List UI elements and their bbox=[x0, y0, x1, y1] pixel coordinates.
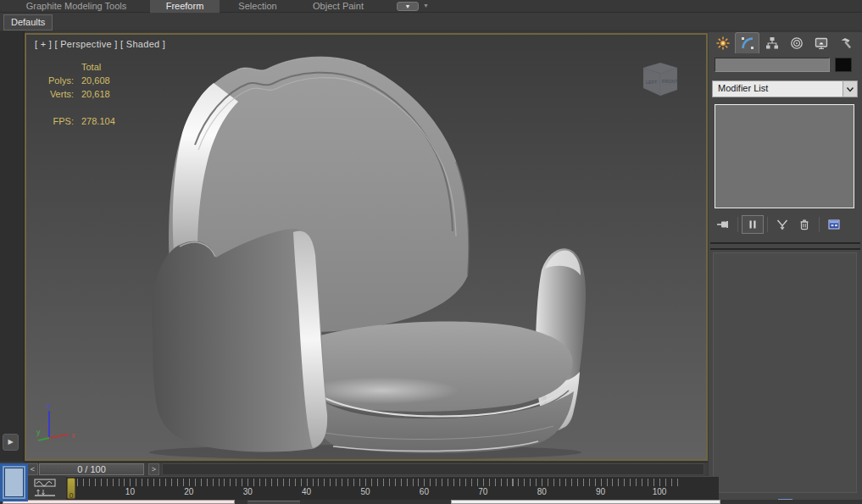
panel-divider bbox=[710, 248, 860, 250]
bottom-left-blue-inner bbox=[4, 468, 24, 497]
time-slider-track[interactable] bbox=[162, 463, 704, 475]
stat-label bbox=[38, 60, 74, 74]
make-unique-icon[interactable] bbox=[771, 215, 793, 234]
tick-label: 60 bbox=[420, 487, 429, 496]
status-widget-edge bbox=[247, 501, 300, 504]
object-name-field[interactable] bbox=[715, 58, 830, 72]
toolbar-separator bbox=[767, 217, 768, 232]
tick-label: 40 bbox=[302, 487, 311, 496]
rollout-area bbox=[713, 252, 857, 493]
viewcube-left-face-label: LEFT bbox=[646, 80, 658, 85]
tick-label: 90 bbox=[596, 487, 605, 496]
expand-panel-arrow-icon[interactable]: ▶ bbox=[3, 434, 19, 451]
tab-utilities-icon[interactable] bbox=[833, 32, 858, 53]
ribbon-minimize-icon[interactable]: ▼ bbox=[397, 2, 419, 11]
stat-polys-value: 20,608 bbox=[81, 74, 110, 87]
time-slider-handle[interactable]: 0 / 100 bbox=[39, 463, 144, 475]
ribbon-tab-object-paint[interactable]: Object Paint bbox=[303, 0, 373, 13]
modifier-stack-list[interactable] bbox=[715, 104, 854, 208]
viewport-statistics: Total Polys:20,608 Verts:20,618 FPS:278.… bbox=[38, 60, 115, 128]
panel-divider bbox=[710, 242, 860, 244]
time-slider-row: < 0 / 100 > bbox=[25, 462, 708, 476]
stat-verts-value: 20,618 bbox=[81, 87, 110, 101]
perspective-viewport[interactable]: [ + ] [ Perspective ] [ Shaded ] Total P… bbox=[25, 33, 708, 461]
axis-y-label: y bbox=[36, 428, 41, 436]
object-color-swatch[interactable] bbox=[835, 58, 852, 72]
next-frame-button[interactable]: > bbox=[148, 463, 159, 475]
viewcube-front-face-label: FRONT bbox=[662, 79, 679, 84]
pin-stack-icon[interactable] bbox=[712, 215, 734, 234]
tick-label: 70 bbox=[478, 487, 487, 496]
open-mini-curve-editor-icon[interactable] bbox=[34, 479, 58, 497]
stat-polys-label: Polys: bbox=[38, 74, 74, 87]
stat-verts-label: Verts: bbox=[38, 87, 74, 101]
modifier-list-label: Modifier List bbox=[718, 83, 768, 93]
previous-frame-button[interactable]: < bbox=[27, 463, 38, 475]
world-axis-gizmo: z x y bbox=[35, 401, 94, 448]
current-frame-marker[interactable]: 0 bbox=[67, 478, 75, 499]
remove-modifier-icon[interactable] bbox=[793, 215, 815, 234]
ribbon-tab-bar: Graphite Modeling Tools Freeform Selecti… bbox=[0, 0, 862, 13]
stat-fps-label: FPS: bbox=[38, 114, 74, 128]
tick-label: 80 bbox=[537, 487, 547, 496]
tick-label: 20 bbox=[184, 487, 193, 496]
tick-label: 10 bbox=[125, 487, 135, 496]
axis-x-label: x bbox=[71, 431, 75, 440]
command-panel-tabs bbox=[710, 32, 858, 54]
ribbon-tab-graphite-modeling-tools[interactable]: Graphite Modeling Tools bbox=[17, 0, 136, 13]
left-panel-strip: ▶ bbox=[0, 31, 25, 462]
armchair-model[interactable] bbox=[26, 35, 706, 459]
show-end-result-icon[interactable] bbox=[742, 215, 764, 234]
viewcube[interactable]: LEFT FRONT bbox=[638, 59, 682, 98]
ribbon-minimize-dropdown-icon[interactable]: ▼ bbox=[423, 3, 429, 8]
stat-total-header: Total bbox=[81, 60, 101, 74]
trackbar-ticks bbox=[71, 479, 681, 486]
tab-create-icon[interactable] bbox=[710, 32, 735, 53]
axis-z-label: z bbox=[47, 402, 51, 410]
tab-display-icon[interactable] bbox=[809, 32, 833, 53]
tab-modify-icon[interactable] bbox=[735, 32, 759, 53]
tick-label: 30 bbox=[243, 487, 253, 496]
3ds-max-window: Graphite Modeling Tools Freeform Selecti… bbox=[0, 0, 862, 504]
ribbon-defaults-row: Defaults bbox=[0, 13, 862, 31]
ribbon-tab-selection[interactable]: Selection bbox=[229, 0, 286, 13]
defaults-tab[interactable]: Defaults bbox=[3, 14, 53, 30]
toolbar-separator bbox=[737, 217, 738, 232]
tab-hierarchy-icon[interactable] bbox=[759, 32, 784, 53]
stat-fps-value: 278.104 bbox=[81, 114, 115, 128]
ribbon-tab-freeform[interactable]: Freeform bbox=[150, 0, 220, 13]
trackbar-left-zone bbox=[25, 476, 66, 500]
viewport-label[interactable]: [ + ] [ Perspective ] [ Shaded ] bbox=[35, 39, 165, 49]
status-bar-edge bbox=[0, 500, 862, 504]
trackbar-ruler[interactable]: 102030405060708090100 0 bbox=[66, 476, 719, 500]
chevron-down-icon[interactable] bbox=[843, 81, 857, 97]
modifier-list-dropdown[interactable]: Modifier List bbox=[712, 80, 858, 97]
modifier-stack-toolbar bbox=[712, 213, 858, 235]
configure-modifier-sets-icon[interactable] bbox=[823, 215, 845, 234]
tab-motion-icon[interactable] bbox=[784, 32, 809, 53]
command-panel: Modifier List bbox=[709, 32, 862, 504]
prompt-line-edge bbox=[451, 500, 720, 504]
maxscript-mini-listener-edge[interactable] bbox=[3, 500, 235, 504]
bottom-left-blue-button[interactable] bbox=[0, 463, 28, 501]
tick-label: 50 bbox=[360, 487, 370, 496]
toolbar-separator bbox=[819, 217, 820, 232]
tick-label: 100 bbox=[653, 487, 667, 496]
